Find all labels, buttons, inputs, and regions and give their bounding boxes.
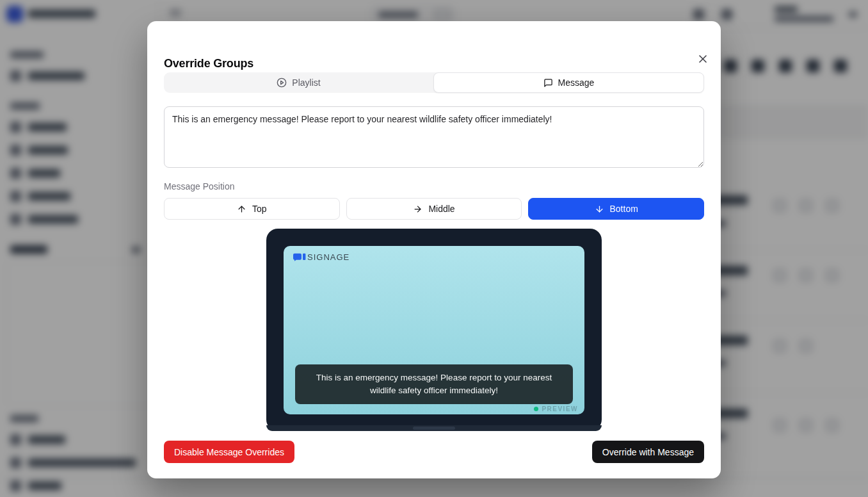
preview-message-banner: This is an emergency message! Please rep…	[295, 364, 573, 404]
position-middle-button[interactable]: Middle	[346, 198, 522, 220]
position-middle-label: Middle	[428, 204, 454, 214]
play-circle-icon	[277, 77, 287, 88]
arrow-up-icon	[237, 204, 246, 214]
preview-badge-label: PREVIEW	[542, 405, 578, 412]
modal-title: Override Groups	[164, 57, 253, 70]
close-icon[interactable]	[697, 53, 709, 65]
arrow-down-icon	[595, 204, 604, 214]
frame-stand	[413, 427, 455, 430]
override-with-message-button[interactable]: Override with Message	[592, 441, 704, 463]
tab-message[interactable]: Message	[433, 72, 704, 93]
position-top-button[interactable]: Top	[164, 198, 340, 220]
display-preview-frame: SIGNAGE This is an emergency message! Pl…	[266, 229, 602, 431]
display-preview-screen: SIGNAGE This is an emergency message! Pl…	[284, 246, 584, 414]
tab-playlist[interactable]: Playlist	[164, 72, 433, 93]
tab-message-label: Message	[558, 77, 595, 88]
override-type-tabs: Playlist Message	[164, 72, 704, 93]
screen: Override Groups Playlist	[0, 0, 868, 497]
position-bottom-button[interactable]: Bottom	[528, 198, 704, 220]
position-top-label: Top	[252, 204, 267, 214]
pisignage-brand-text: SIGNAGE	[307, 252, 350, 262]
message-position-options: Top Middle Bottom	[164, 198, 704, 220]
message-square-icon	[543, 78, 553, 88]
position-bottom-label: Bottom	[610, 204, 638, 214]
override-groups-modal: Override Groups Playlist	[147, 21, 721, 478]
tab-playlist-label: Playlist	[292, 77, 320, 88]
pisignage-logo: SIGNAGE	[293, 252, 350, 262]
frame-bottom-bezel	[266, 425, 602, 431]
arrow-right-icon	[413, 204, 422, 214]
message-position-label: Message Position	[164, 181, 235, 191]
live-dot-icon	[534, 407, 538, 411]
disable-message-overrides-button[interactable]: Disable Message Overrides	[164, 441, 294, 463]
preview-badge: PREVIEW	[534, 405, 578, 412]
pisignage-logo-icon	[293, 253, 306, 262]
message-textarea[interactable]: This is an emergency message! Please rep…	[164, 106, 704, 168]
